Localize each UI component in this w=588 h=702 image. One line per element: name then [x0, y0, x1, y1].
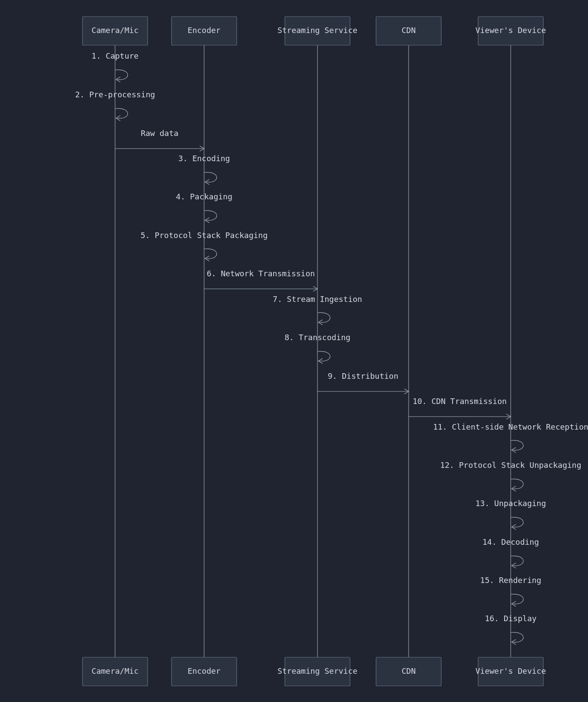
message-label: 5. Protocol Stack Packaging [141, 231, 268, 240]
message-label: 2. Pre-processing [75, 90, 155, 99]
self-loop [511, 440, 523, 450]
self-loop [511, 594, 523, 604]
self-loop [511, 479, 523, 489]
self-loop [317, 313, 330, 323]
actor-label-camera: Camera/Mic [92, 666, 139, 676]
message-label: 9. Distribution [328, 371, 399, 381]
self-loop [511, 517, 523, 527]
message-label: 4. Packaging [176, 192, 232, 201]
self-loop [115, 70, 128, 80]
message-label: 15. Rendering [480, 576, 542, 585]
actor-label-encoder: Encoder [188, 666, 221, 676]
actor-label-viewer: Viewer's Device [476, 26, 546, 35]
message-label: 14. Decoding [482, 537, 539, 546]
actor-label-service: Streaming Service [277, 26, 357, 35]
message-label: 10. CDN Transmission [413, 397, 507, 406]
message-label: 7. Stream Ingestion [273, 295, 362, 304]
actor-label-encoder: Encoder [188, 26, 221, 35]
self-loop [511, 632, 523, 642]
message-label: 6. Network Transmission [207, 269, 315, 278]
actor-label-cdn: CDN [402, 666, 416, 676]
message-label: 1. Capture [92, 51, 139, 60]
actor-label-camera: Camera/Mic [92, 26, 139, 35]
self-loop [115, 109, 128, 119]
message-label: 8. Transcoding [284, 333, 350, 342]
sequence-diagram: Camera/MicEncoderStreaming ServiceCDNVie… [0, 0, 588, 702]
actor-label-service: Streaming Service [277, 666, 357, 676]
message-label: 12. Protocol Stack Unpackaging [440, 460, 581, 470]
self-loop [204, 172, 217, 182]
message-label: 16. Display [485, 614, 536, 623]
self-loop [511, 556, 523, 566]
actor-label-viewer: Viewer's Device [476, 666, 546, 676]
actor-label-cdn: CDN [402, 26, 416, 35]
self-loop [204, 249, 217, 259]
message-label: 11. Client-side Network Reception [433, 422, 588, 431]
message-label: 13. Unpackaging [476, 499, 546, 508]
message-label: 3. Encoding [178, 154, 230, 163]
self-loop [317, 351, 330, 361]
message-label: Raw data [141, 129, 178, 138]
self-loop [204, 211, 217, 221]
